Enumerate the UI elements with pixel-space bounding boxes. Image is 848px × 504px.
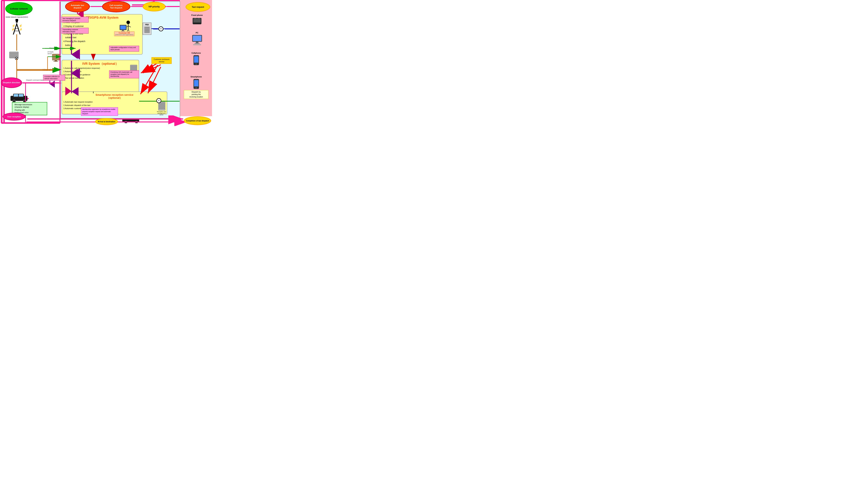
constant-collection-label: Constant collection of vehicle informati…: [43, 75, 65, 80]
svg-rect-93: [131, 67, 137, 69]
svg-point-67: [13, 100, 16, 102]
top-border: [1, 0, 180, 1]
circle-x-phone: ✕: [158, 26, 163, 31]
svg-text:⚡: ⚡: [19, 28, 22, 31]
pc-icon: [191, 35, 203, 45]
fixed-phone-label: Fixed phone: [186, 14, 209, 16]
svg-text:⚡: ⚡: [12, 24, 16, 28]
cellphone-icon: [193, 55, 199, 66]
customer-enclosure-box: Customer enclosure service: [152, 57, 172, 64]
svg-rect-73: [53, 58, 59, 59]
left-outer-border: [1, 0, 2, 123]
network-device: [9, 51, 19, 59]
right-left-border: [59, 1, 60, 123]
main-container: Cellular network Mobile Network Operator…: [0, 0, 212, 126]
completion-ellipse: Completion of taxi dispatch: [184, 116, 211, 125]
pbx-diagram: [144, 26, 150, 34]
svg-rect-114: [194, 80, 198, 86]
dispatch-pointing-label: Dispatch bypointing thereceiving locatio…: [184, 90, 209, 99]
dispatch-direction-ellipse: Dispatch direction: [1, 77, 22, 88]
svg-text:⚡: ⚡: [19, 24, 22, 28]
svg-rect-102: [194, 19, 200, 22]
arrival-destination-ellipse: Arrival at destination: [95, 118, 118, 125]
svg-point-68: [23, 100, 26, 102]
svg-rect-100: [159, 108, 165, 109]
svg-rect-83: [120, 25, 126, 30]
auto-dispatch-ellipse: Automatic taxidispatch: [65, 1, 90, 12]
customer-db-label: Customer DB (reference and registration): [114, 31, 135, 36]
svg-line-79: [128, 26, 131, 27]
cellular-network-ellipse: Cellular network: [5, 2, 33, 15]
ip-radio-server-icon: [52, 54, 60, 61]
prioritizing-box: Prioritizing VIPs (automatic call recept…: [109, 70, 139, 78]
svg-rect-110: [194, 56, 198, 62]
svg-rect-116: [195, 79, 197, 80]
smartphone-item-2: 2.Automatic dispatch of the taxi: [64, 104, 165, 107]
dispatch-command-data-label: Dispatch command data: [26, 79, 43, 81]
left-inner-border: [4, 0, 5, 123]
svg-rect-94: [131, 69, 137, 70]
svg-rect-103: [193, 23, 201, 24]
taxi-car-left: [10, 92, 29, 103]
reception-mgmt-server-text: Reception andmanagement server: [156, 111, 166, 115]
fixed-phone-group: Fixed phone: [186, 14, 209, 27]
svg-point-121: [125, 121, 127, 123]
taxi-request-ellipse: Taxi request: [186, 2, 210, 12]
svg-rect-98: [159, 104, 165, 106]
svg-rect-88: [145, 29, 149, 30]
transmitting-label: Transmitting customer infomation,disatch: [61, 28, 89, 34]
smartphone-right-group: Smartphone Dispatch bypointing thereceiv…: [184, 76, 209, 99]
svg-marker-69: [27, 98, 29, 100]
svg-rect-58: [10, 55, 18, 56]
svg-rect-90: [145, 32, 149, 32]
svg-rect-87: [145, 27, 149, 28]
adjustable-config-box: Adjustable configuration in busy and sla…: [109, 46, 139, 52]
svg-rect-47: [16, 19, 18, 21]
svg-rect-57: [10, 53, 18, 54]
ivr-title: IVR System（optional）: [64, 61, 137, 66]
message-text1: -Message transmission (character display…: [14, 104, 45, 108]
call-reception-ellipse: Call reception,Taxi dispatch: [102, 1, 130, 12]
svg-rect-74: [55, 60, 57, 61]
ivr-item-1: 1.Automatic call receprion(voice respons…: [64, 67, 137, 70]
svg-rect-107: [195, 43, 200, 44]
smartphone-right-icon: [193, 79, 199, 89]
svg-rect-105: [193, 36, 201, 41]
svg-rect-106: [196, 42, 198, 43]
cellphone-label: Cellphone: [185, 52, 208, 54]
svg-point-115: [196, 87, 197, 88]
svg-rect-71: [53, 55, 59, 56]
smartphone-right-label: Smartphone: [184, 76, 209, 78]
svg-rect-72: [53, 56, 59, 58]
svg-point-122: [135, 121, 138, 123]
svg-point-76: [126, 21, 130, 24]
smartphone-title: Smartphone reception service（optional）: [64, 93, 165, 100]
svg-rect-108: [193, 44, 201, 45]
smartphone-item-1: 1.Automatic taxi request reception: [64, 100, 165, 104]
cellphone-group: Cellphone: [185, 52, 208, 66]
svg-rect-99: [159, 106, 165, 107]
svg-point-111: [196, 64, 197, 65]
mno-text: Mobile Network Operator(MNO): [6, 16, 28, 18]
membership-box: Membership registration by smartphone en…: [81, 107, 118, 116]
user-reception-ellipse: User reception: [3, 113, 25, 121]
vip-priority-ellipse: VIP priority: [143, 2, 165, 12]
pbx-box: PBX: [143, 22, 152, 35]
pc-label: PC: [186, 32, 209, 34]
tower-icon: ⚡ ⚡ ⚡ ⚡: [12, 19, 22, 33]
svg-rect-48: [16, 21, 18, 22]
arbitrary-call-data-label: Arbitrary call data: [42, 69, 55, 70]
fixed-phone-icon: [192, 17, 202, 27]
taxi-managing-label: Taxi managing to prevent erroneous dispa…: [61, 17, 89, 22]
svg-rect-89: [145, 30, 149, 31]
svg-rect-66: [19, 94, 23, 96]
svg-rect-84: [122, 30, 124, 31]
svg-rect-92: [131, 66, 137, 67]
bottom-left-border: [1, 122, 60, 123]
svg-rect-75: [53, 61, 58, 61]
svg-rect-112: [195, 56, 197, 56]
pc-group: PC: [186, 32, 209, 45]
svg-text:⚡: ⚡: [12, 28, 15, 31]
circle-x-internet: ✕: [156, 98, 161, 103]
svg-rect-65: [14, 94, 18, 96]
